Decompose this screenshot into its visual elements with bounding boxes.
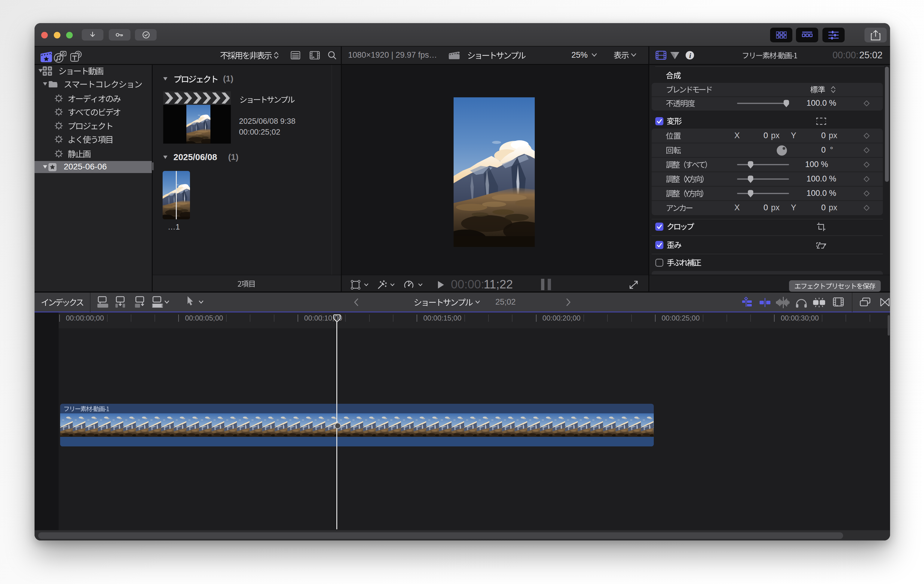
svg-text:i: i: [689, 52, 691, 59]
